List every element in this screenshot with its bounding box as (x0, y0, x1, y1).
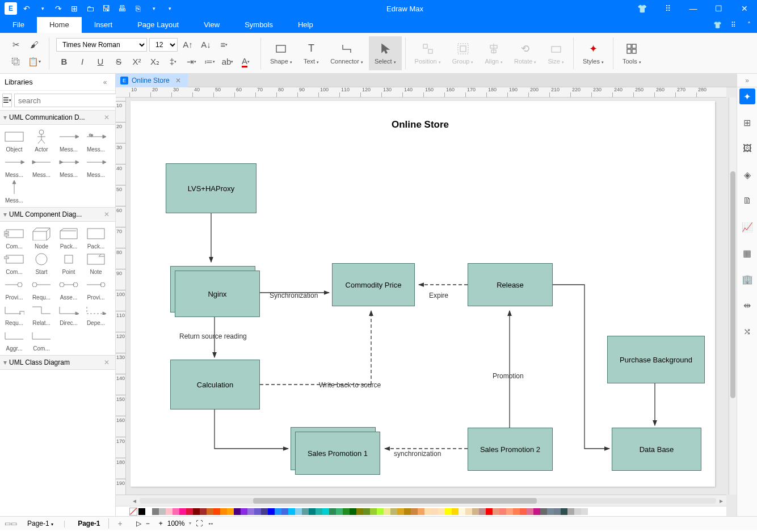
color-swatch[interactable] (404, 508, 411, 515)
color-swatch[interactable] (431, 508, 438, 515)
text-case-icon[interactable]: ab▾ (220, 55, 235, 69)
color-swatch[interactable] (288, 508, 295, 515)
color-swatch[interactable] (207, 508, 213, 515)
app-logo-icon[interactable]: E (5, 2, 17, 15)
library-shape[interactable]: Start (28, 251, 54, 275)
color-swatch[interactable] (138, 508, 145, 515)
underline-icon[interactable]: U (92, 55, 108, 69)
right-image-icon[interactable]: 🖼 (739, 141, 755, 157)
close-button[interactable]: ✕ (731, 0, 757, 17)
add-page-button[interactable]: + (113, 518, 127, 529)
subscript-icon[interactable]: X₂ (147, 55, 163, 69)
color-swatch[interactable] (370, 508, 377, 515)
color-swatch[interactable] (390, 508, 397, 515)
right-cursor-icon[interactable]: ✦ (739, 88, 755, 104)
library-shape[interactable]: Requ... (28, 276, 54, 301)
color-swatch[interactable] (479, 508, 486, 515)
color-swatch[interactable] (465, 508, 472, 515)
color-swatch[interactable] (213, 508, 220, 515)
node-calc[interactable]: Calculation (170, 360, 260, 409)
present-icon[interactable]: ▷ (136, 520, 141, 527)
color-swatch[interactable] (411, 508, 418, 515)
color-swatch[interactable] (247, 508, 254, 515)
theme-icon[interactable]: 👕 (629, 0, 655, 17)
select-tool[interactable]: Select ▾ (369, 36, 402, 70)
color-swatch[interactable] (343, 508, 350, 515)
canvas[interactable]: Online Store LVS+HAProxy Nginx Commodity… (126, 98, 729, 495)
collapse-ribbon-icon[interactable]: ˄ (741, 17, 757, 33)
node-promo2[interactable]: Sales Promotion 2 (468, 428, 553, 471)
color-swatch[interactable] (322, 508, 329, 515)
apps-icon[interactable]: ⠿ (655, 0, 680, 17)
color-swatch[interactable] (193, 508, 200, 515)
font-grow-icon[interactable]: A↑ (180, 38, 196, 52)
no-fill-swatch[interactable] (129, 508, 137, 516)
fit-width-icon[interactable]: ↔ (207, 520, 214, 527)
open-icon[interactable]: 🗀 (84, 2, 96, 15)
library-shape[interactable]: Requ... (1, 302, 27, 326)
save-icon[interactable]: 🖫 (100, 2, 112, 15)
color-swatch[interactable] (152, 508, 159, 515)
redo-icon[interactable]: ↷ (52, 2, 65, 15)
color-swatch[interactable] (227, 508, 234, 515)
undo-dropdown-icon[interactable]: ▾ (36, 2, 49, 15)
zoom-dropdown-icon[interactable]: ▾ (189, 521, 191, 526)
font-color-icon[interactable]: A▾ (238, 55, 254, 69)
color-swatch[interactable] (363, 508, 370, 515)
color-swatch[interactable] (200, 508, 207, 515)
color-swatch[interactable] (350, 508, 356, 515)
zoom-out-icon[interactable]: − (146, 520, 150, 527)
library-shape[interactable]: Mess... (56, 128, 82, 153)
library-shape[interactable]: OpMess... (83, 128, 109, 153)
color-swatch[interactable] (377, 508, 384, 515)
menu-symbols[interactable]: Symbols (232, 17, 285, 33)
library-shape[interactable]: Actor (28, 128, 54, 153)
color-swatch[interactable] (418, 508, 424, 515)
library-shape[interactable]: Provi... (1, 276, 27, 301)
new-doc-icon[interactable]: ⊞ (68, 2, 81, 15)
align-tool[interactable]: Align ▾ (479, 36, 508, 70)
color-swatch[interactable] (574, 508, 581, 515)
close-cat-icon[interactable]: ✕ (102, 113, 112, 121)
hscroll-left-icon[interactable]: ◂ (129, 497, 140, 505)
library-search-input[interactable] (14, 94, 128, 107)
color-swatch[interactable] (520, 508, 527, 515)
hscroll-right-icon[interactable]: ▸ (716, 497, 726, 505)
close-tab-icon[interactable]: ✕ (173, 77, 183, 85)
menu-file[interactable]: File (0, 17, 37, 33)
right-shuffle-icon[interactable]: ⤭ (739, 323, 755, 339)
color-swatch[interactable] (513, 508, 520, 515)
library-shape[interactable]: Mess... (1, 154, 27, 178)
page-list-icon[interactable]: ▭▭ (5, 520, 17, 527)
library-shape[interactable]: Depe... (83, 302, 109, 326)
right-page-icon[interactable]: 🗎 (739, 193, 755, 209)
color-swatch[interactable] (459, 508, 465, 515)
tools-tool[interactable]: Tools ▾ (617, 36, 647, 70)
library-shape[interactable]: Mess... (56, 154, 82, 178)
color-swatch[interactable] (438, 508, 445, 515)
right-table-icon[interactable]: ▦ (739, 245, 755, 261)
library-menu-icon[interactable]: ☰▾ (2, 94, 12, 107)
library-shape[interactable]: Direc... (56, 302, 82, 326)
color-swatch[interactable] (302, 508, 309, 515)
color-swatch[interactable] (554, 508, 561, 515)
color-swatch[interactable] (499, 508, 506, 515)
indent-icon[interactable]: ⇥▾ (183, 55, 199, 69)
color-swatch[interactable] (452, 508, 459, 515)
color-swatch[interactable] (261, 508, 268, 515)
font-family-select[interactable]: Times New Roman (56, 38, 147, 52)
node-nginx[interactable]: Nginx (175, 271, 260, 317)
export-dropdown-icon[interactable]: ▾ (148, 2, 160, 15)
lib-cat-uml-class[interactable]: ▾UML Class Diagram✕ (0, 355, 115, 370)
library-shape[interactable]: Mess... (1, 179, 27, 204)
undo-icon[interactable]: ↶ (20, 2, 33, 15)
node-price[interactable]: Commodity Price (332, 263, 415, 306)
align-text-icon[interactable]: ≡▾ (216, 38, 232, 52)
color-swatch[interactable] (159, 508, 166, 515)
line-spacing-icon[interactable]: ‡▾ (165, 55, 181, 69)
minimize-button[interactable]: — (680, 0, 706, 17)
color-swatch[interactable] (493, 508, 499, 515)
strike-icon[interactable]: S (111, 55, 127, 69)
color-swatch[interactable] (397, 508, 404, 515)
doc-tab[interactable]: E Online Store ✕ (116, 74, 188, 87)
